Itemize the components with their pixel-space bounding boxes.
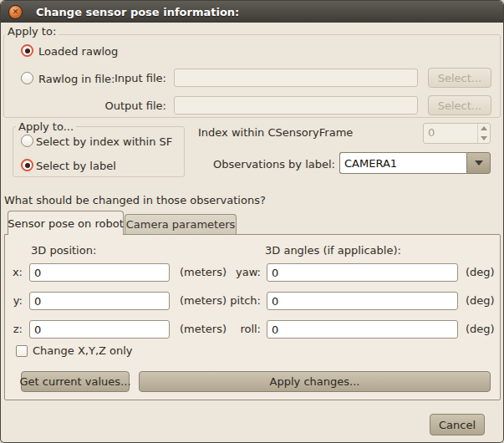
observations-combobox-button[interactable] <box>466 152 491 174</box>
roll-input[interactable] <box>267 320 458 339</box>
get-current-values-button[interactable]: Get current values... <box>21 371 130 392</box>
index-spinner-arrows <box>477 124 490 143</box>
angles-header: 3D angles (if applicable): <box>265 244 401 257</box>
pitch-unit-label: (deg) <box>466 294 495 307</box>
apply-to-frame-legend: Apply to: <box>5 25 59 38</box>
title-bar: ✕ Change sensor pose information: <box>1 1 503 23</box>
radio-select-by-index-label: Select by index within SF <box>36 135 172 148</box>
tab-sensor-pose-label: Sensor pose on robot <box>8 217 123 230</box>
observations-combobox-value: CAMERA1 <box>339 152 466 174</box>
position-header: 3D position: <box>31 244 96 257</box>
pitch-label: pitch: <box>210 294 261 307</box>
tab-camera-parameters[interactable]: Camera parameters <box>125 214 237 234</box>
close-icon: ✕ <box>13 8 19 16</box>
radio-select-by-label[interactable] <box>21 159 33 171</box>
input-file-label: Input file: <box>101 72 166 84</box>
y-input[interactable] <box>29 292 170 310</box>
dropdown-arrow-icon <box>475 160 483 165</box>
target-frame-legend: Apply to... <box>16 120 76 133</box>
index-spinner: 0 <box>423 123 491 144</box>
tab-camera-parameters-label: Camera parameters <box>126 218 236 231</box>
index-spinner-value: 0 <box>424 124 477 143</box>
observations-combobox[interactable]: CAMERA1 <box>339 152 491 174</box>
yaw-label: yaw: <box>210 266 261 278</box>
yaw-input[interactable] <box>267 263 458 282</box>
pitch-input[interactable] <box>267 292 458 310</box>
yaw-unit-label: (deg) <box>466 266 495 278</box>
radio-select-by-index[interactable] <box>21 135 33 147</box>
dialog-window: ✕ Change sensor pose information: Apply … <box>0 0 504 443</box>
spinner-up-icon <box>481 126 487 130</box>
radio-rawlog-in-file[interactable] <box>21 72 33 84</box>
radio-select-by-label-label: Select by label <box>36 160 116 172</box>
roll-unit-label: (deg) <box>466 323 495 335</box>
change-xyz-only-checkbox[interactable] <box>16 345 28 357</box>
change-xyz-only-label: Change X,Y,Z only <box>33 344 133 357</box>
roll-label: roll: <box>210 323 261 335</box>
question-label: What should be changed in those observat… <box>4 194 266 206</box>
apply-changes-button[interactable]: Apply changes... <box>139 371 491 392</box>
index-within-label: Index within CSensoryFrame <box>198 126 353 139</box>
close-button[interactable]: ✕ <box>8 5 23 19</box>
observations-by-label-label: Observations by label: <box>201 158 335 171</box>
z-label: z: <box>8 323 23 335</box>
input-file-field <box>174 69 418 87</box>
spinner-down-icon <box>481 136 487 140</box>
z-input[interactable] <box>29 320 170 339</box>
output-file-field <box>174 96 418 115</box>
output-file-select-button: Select... <box>428 95 491 115</box>
y-label: y: <box>8 294 23 307</box>
cancel-button[interactable]: Cancel <box>430 414 485 435</box>
radio-loaded-rawlog-label: Loaded rawlog <box>38 45 118 58</box>
window-title: Change sensor pose information: <box>36 6 239 18</box>
radio-loaded-rawlog[interactable] <box>21 44 33 57</box>
x-input[interactable] <box>29 263 170 282</box>
input-file-select-button: Select... <box>428 68 491 88</box>
x-label: x: <box>8 266 23 278</box>
output-file-label: Output file: <box>95 99 166 112</box>
tab-sensor-pose[interactable]: Sensor pose on robot <box>8 211 124 235</box>
